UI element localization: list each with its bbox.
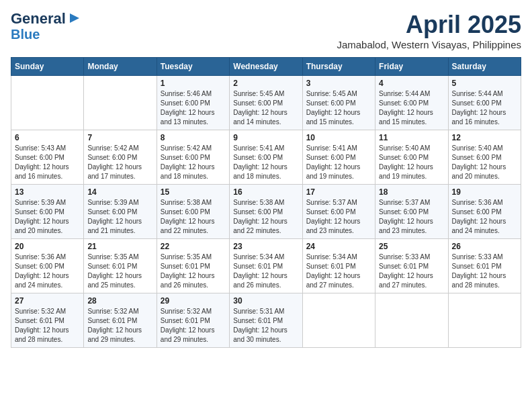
day-info: Sunrise: 5:31 AM Sunset: 6:01 PM Dayligh… [233,307,298,345]
day-info: Sunrise: 5:36 AM Sunset: 6:00 PM Dayligh… [452,198,517,236]
day-number: 16 [233,187,298,197]
calendar-cell: 27Sunrise: 5:32 AM Sunset: 6:01 PM Dayli… [11,293,84,348]
day-info: Sunrise: 5:44 AM Sunset: 6:00 PM Dayligh… [379,89,444,127]
day-number: 8 [161,133,226,142]
day-info: Sunrise: 5:44 AM Sunset: 6:00 PM Dayligh… [452,89,517,127]
calendar-cell: 9Sunrise: 5:41 AM Sunset: 6:00 PM Daylig… [230,130,302,185]
calendar-cell [84,76,157,130]
day-number: 21 [87,242,152,251]
calendar-cell: 18Sunrise: 5:37 AM Sunset: 6:00 PM Dayli… [375,185,448,239]
calendar-cell: 15Sunrise: 5:38 AM Sunset: 6:00 PM Dayli… [157,185,229,239]
calendar-cell: 30Sunrise: 5:31 AM Sunset: 6:01 PM Dayli… [230,293,302,348]
calendar-cell: 5Sunrise: 5:44 AM Sunset: 6:00 PM Daylig… [448,76,521,130]
calendar-cell: 19Sunrise: 5:36 AM Sunset: 6:00 PM Dayli… [448,185,521,239]
day-number: 25 [379,242,444,251]
day-info: Sunrise: 5:40 AM Sunset: 6:00 PM Dayligh… [379,144,444,181]
day-info: Sunrise: 5:38 AM Sunset: 6:00 PM Dayligh… [233,198,298,236]
col-header-monday: Monday [84,58,157,76]
calendar-cell: 4Sunrise: 5:44 AM Sunset: 6:00 PM Daylig… [375,76,448,130]
day-info: Sunrise: 5:45 AM Sunset: 6:00 PM Dayligh… [233,89,298,127]
calendar-cell: 11Sunrise: 5:40 AM Sunset: 6:00 PM Dayli… [375,130,448,185]
col-header-thursday: Thursday [302,58,375,76]
calendar-table: SundayMondayTuesdayWednesdayThursdayFrid… [11,57,521,348]
col-header-tuesday: Tuesday [157,58,229,76]
day-info: Sunrise: 5:34 AM Sunset: 6:01 PM Dayligh… [233,253,298,290]
day-info: Sunrise: 5:42 AM Sunset: 6:00 PM Dayligh… [87,144,152,181]
calendar-cell: 13Sunrise: 5:39 AM Sunset: 6:00 PM Dayli… [11,185,84,239]
day-info: Sunrise: 5:42 AM Sunset: 6:00 PM Dayligh… [161,144,226,181]
day-number: 27 [15,296,80,306]
day-info: Sunrise: 5:33 AM Sunset: 6:01 PM Dayligh… [452,253,517,290]
month-title: April 2025 [337,11,521,39]
calendar-header-row: SundayMondayTuesdayWednesdayThursdayFrid… [11,58,521,76]
calendar-cell [375,293,448,348]
day-number: 29 [161,296,226,306]
day-info: Sunrise: 5:37 AM Sunset: 6:00 PM Dayligh… [379,198,444,236]
day-info: Sunrise: 5:41 AM Sunset: 6:00 PM Dayligh… [306,144,371,181]
calendar-cell: 8Sunrise: 5:42 AM Sunset: 6:00 PM Daylig… [157,130,229,185]
day-number: 12 [452,133,517,142]
col-header-friday: Friday [375,58,448,76]
calendar-cell: 12Sunrise: 5:40 AM Sunset: 6:00 PM Dayli… [448,130,521,185]
day-info: Sunrise: 5:32 AM Sunset: 6:01 PM Dayligh… [15,307,80,345]
calendar-cell: 10Sunrise: 5:41 AM Sunset: 6:00 PM Dayli… [302,130,375,185]
col-header-wednesday: Wednesday [230,58,302,76]
day-info: Sunrise: 5:41 AM Sunset: 6:00 PM Dayligh… [233,144,298,181]
calendar-cell: 21Sunrise: 5:35 AM Sunset: 6:01 PM Dayli… [84,239,157,293]
day-number: 20 [15,242,80,251]
day-number: 19 [452,187,517,197]
calendar-cell: 24Sunrise: 5:34 AM Sunset: 6:01 PM Dayli… [302,239,375,293]
day-info: Sunrise: 5:40 AM Sunset: 6:00 PM Dayligh… [452,144,517,181]
calendar-cell: 7Sunrise: 5:42 AM Sunset: 6:00 PM Daylig… [84,130,157,185]
day-number: 22 [161,242,226,251]
day-number: 18 [379,187,444,197]
day-number: 17 [306,187,371,197]
day-number: 30 [233,296,298,306]
col-header-sunday: Sunday [11,58,84,76]
day-info: Sunrise: 5:33 AM Sunset: 6:01 PM Dayligh… [379,253,444,290]
day-info: Sunrise: 5:32 AM Sunset: 6:01 PM Dayligh… [87,307,152,345]
calendar-cell: 29Sunrise: 5:32 AM Sunset: 6:01 PM Dayli… [157,293,229,348]
logo-arrow-icon [67,11,82,26]
day-info: Sunrise: 5:39 AM Sunset: 6:00 PM Dayligh… [15,198,80,236]
location-text: Jamabalod, Western Visayas, Philippines [337,39,521,50]
calendar-cell: 26Sunrise: 5:33 AM Sunset: 6:01 PM Dayli… [448,239,521,293]
calendar-cell: 28Sunrise: 5:32 AM Sunset: 6:01 PM Dayli… [84,293,157,348]
calendar-cell: 1Sunrise: 5:46 AM Sunset: 6:00 PM Daylig… [157,76,229,130]
calendar-cell [448,293,521,348]
day-number: 9 [233,133,298,142]
svg-marker-0 [70,13,79,23]
day-number: 6 [15,133,80,142]
calendar-cell: 17Sunrise: 5:37 AM Sunset: 6:00 PM Dayli… [302,185,375,239]
day-info: Sunrise: 5:35 AM Sunset: 6:01 PM Dayligh… [87,253,152,290]
calendar-cell: 3Sunrise: 5:45 AM Sunset: 6:00 PM Daylig… [302,76,375,130]
day-number: 10 [306,133,371,142]
page-header: General Blue April 2025 Jamabalod, Weste… [11,11,521,50]
day-info: Sunrise: 5:45 AM Sunset: 6:00 PM Dayligh… [306,89,371,127]
day-number: 3 [306,79,371,88]
calendar-cell [302,293,375,348]
day-info: Sunrise: 5:43 AM Sunset: 6:00 PM Dayligh… [15,144,80,181]
calendar-cell [11,76,84,130]
day-info: Sunrise: 5:34 AM Sunset: 6:01 PM Dayligh… [306,253,371,290]
day-number: 7 [87,133,152,142]
day-info: Sunrise: 5:32 AM Sunset: 6:01 PM Dayligh… [161,307,226,345]
calendar-cell: 16Sunrise: 5:38 AM Sunset: 6:00 PM Dayli… [230,185,302,239]
day-info: Sunrise: 5:36 AM Sunset: 6:00 PM Dayligh… [15,253,80,290]
calendar-cell: 2Sunrise: 5:45 AM Sunset: 6:00 PM Daylig… [230,76,302,130]
calendar-cell: 25Sunrise: 5:33 AM Sunset: 6:01 PM Dayli… [375,239,448,293]
calendar-week-row: 20Sunrise: 5:36 AM Sunset: 6:00 PM Dayli… [11,239,521,293]
title-block: April 2025 Jamabalod, Western Visayas, P… [337,11,521,50]
day-info: Sunrise: 5:38 AM Sunset: 6:00 PM Dayligh… [161,198,226,236]
logo: General Blue [11,11,82,42]
day-info: Sunrise: 5:35 AM Sunset: 6:01 PM Dayligh… [161,253,226,290]
day-number: 26 [452,242,517,251]
day-number: 2 [233,79,298,88]
calendar-cell: 23Sunrise: 5:34 AM Sunset: 6:01 PM Dayli… [230,239,302,293]
calendar-week-row: 13Sunrise: 5:39 AM Sunset: 6:00 PM Dayli… [11,185,521,239]
day-info: Sunrise: 5:46 AM Sunset: 6:00 PM Dayligh… [161,89,226,127]
day-number: 11 [379,133,444,142]
calendar-cell: 14Sunrise: 5:39 AM Sunset: 6:00 PM Dayli… [84,185,157,239]
day-number: 28 [87,296,152,306]
calendar-cell: 20Sunrise: 5:36 AM Sunset: 6:00 PM Dayli… [11,239,84,293]
